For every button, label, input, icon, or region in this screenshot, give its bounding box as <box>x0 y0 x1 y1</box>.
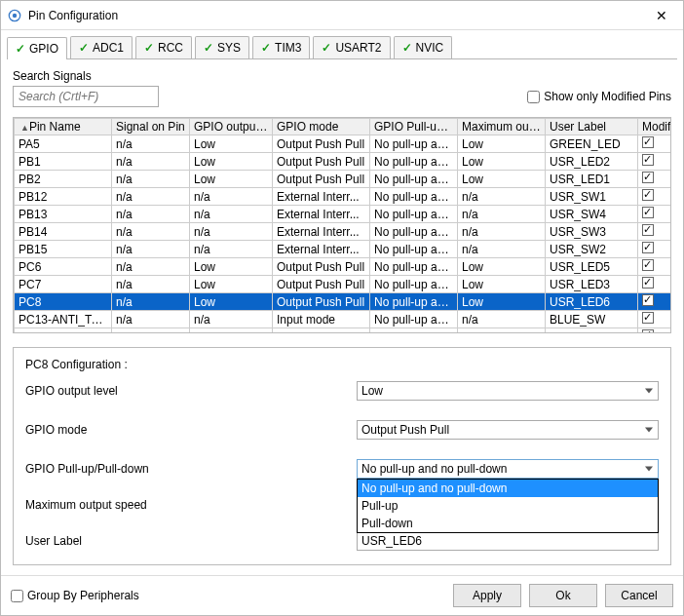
tab-gpio[interactable]: ✓GPIO <box>7 37 67 59</box>
modified-checkbox[interactable] <box>642 224 654 236</box>
column-header[interactable]: User Label <box>546 119 638 135</box>
modified-cell[interactable] <box>638 328 672 334</box>
modified-checkbox[interactable] <box>642 207 654 218</box>
table-row[interactable]: PA5n/aLowOutput Push PullNo pull-up and … <box>15 135 672 153</box>
cell: USR_LED6 <box>546 293 638 311</box>
modified-checkbox[interactable] <box>642 136 654 148</box>
cell: Output Push Pull <box>273 293 370 311</box>
table-row[interactable]: PB1n/aLowOutput Push PullNo pull-up and … <box>15 153 672 171</box>
modified-checkbox[interactable] <box>642 277 654 289</box>
group-by-label: Group By Peripherals <box>27 589 139 602</box>
group-by-checkbox[interactable]: Group By Peripherals <box>11 589 139 602</box>
modified-cell[interactable] <box>638 153 672 171</box>
cell: Output Push Pull <box>273 153 370 171</box>
cell: PB15 <box>15 241 112 258</box>
modified-checkbox[interactable] <box>642 242 654 253</box>
cell: n/a <box>190 223 273 241</box>
modified-checkbox[interactable] <box>642 189 654 201</box>
cell: Low <box>190 153 273 171</box>
gpio-output-level-select[interactable]: Low <box>357 381 659 401</box>
table-row[interactable]: PB2n/aLowOutput Push PullNo pull-up and … <box>15 171 672 188</box>
dropdown-option[interactable]: Pull-up <box>358 497 658 515</box>
column-header[interactable]: Signal on Pin <box>112 119 190 135</box>
column-header[interactable]: ▲Pin Name <box>15 119 112 135</box>
column-header[interactable]: Maximum out... <box>458 119 546 135</box>
cell: No pull-up and ... <box>370 311 458 328</box>
gpio-pull-dropdown[interactable]: No pull-up and no pull-downPull-upPull-d… <box>357 479 659 533</box>
dropdown-option[interactable]: Pull-down <box>358 515 658 532</box>
dropdown-option[interactable]: No pull-up and no pull-down <box>358 480 658 497</box>
cell: n/a <box>112 276 190 293</box>
table-row[interactable]: PD2n/aLowOutput Push PullNo pull-up and … <box>15 328 672 334</box>
cell: Output Push Pull <box>273 328 370 334</box>
modified-checkbox[interactable] <box>642 172 654 183</box>
gpio-mode-select[interactable]: Output Push Pull <box>357 420 659 440</box>
search-input[interactable] <box>13 86 159 107</box>
modified-checkbox[interactable] <box>642 312 654 324</box>
column-header[interactable]: GPIO mode <box>273 119 370 135</box>
check-icon: ✓ <box>79 41 89 55</box>
cell: Low <box>190 276 273 293</box>
modified-cell[interactable] <box>638 241 672 258</box>
close-button[interactable]: ✕ <box>646 4 677 27</box>
window-title: Pin Configuration <box>28 9 118 22</box>
tab-tim3[interactable]: ✓TIM3 <box>252 36 310 58</box>
cell: Output Push Pull <box>273 171 370 188</box>
cell: Input mode <box>273 311 370 328</box>
modified-cell[interactable] <box>638 223 672 241</box>
table-row[interactable]: PC8n/aLowOutput Push PullNo pull-up and … <box>15 293 672 311</box>
cell: PD2 <box>15 328 112 334</box>
modified-cell[interactable] <box>638 206 672 223</box>
cell: Output Push Pull <box>273 276 370 293</box>
tab-usart2[interactable]: ✓USART2 <box>313 36 390 58</box>
cell: PB12 <box>15 188 112 206</box>
table-row[interactable]: PB14n/an/aExternal Interr...No pull-up a… <box>15 223 672 241</box>
modified-cell[interactable] <box>638 188 672 206</box>
modified-cell[interactable] <box>638 293 672 311</box>
cell: n/a <box>458 206 546 223</box>
table-row[interactable]: PC7n/aLowOutput Push PullNo pull-up and … <box>15 276 672 293</box>
modified-checkbox[interactable] <box>642 259 654 271</box>
modified-cell[interactable] <box>638 258 672 276</box>
apply-button[interactable]: Apply <box>453 584 521 607</box>
cancel-button[interactable]: Cancel <box>605 584 673 607</box>
table-row[interactable]: PB12n/an/aExternal Interr...No pull-up a… <box>15 188 672 206</box>
table-row[interactable]: PC6n/aLowOutput Push PullNo pull-up and … <box>15 258 672 276</box>
cell: n/a <box>458 241 546 258</box>
cell: USR_SW3 <box>546 223 638 241</box>
column-header[interactable]: GPIO output l... <box>190 119 273 135</box>
tab-adc1[interactable]: ✓ADC1 <box>70 36 133 58</box>
cell: USR_LED2 <box>546 153 638 171</box>
modified-cell[interactable] <box>638 311 672 328</box>
modified-checkbox[interactable] <box>642 294 654 306</box>
modified-checkbox[interactable] <box>642 329 654 333</box>
modified-cell[interactable] <box>638 171 672 188</box>
cell: Low <box>190 328 273 334</box>
cell: n/a <box>112 311 190 328</box>
tab-sys[interactable]: ✓SYS <box>195 36 249 58</box>
user-label-input[interactable] <box>357 531 659 551</box>
table-row[interactable]: PC13-ANTI_TA...n/an/aInput modeNo pull-u… <box>15 311 672 328</box>
cell: n/a <box>458 188 546 206</box>
cell: External Interr... <box>273 188 370 206</box>
cell: n/a <box>112 328 190 334</box>
cell: n/a <box>112 258 190 276</box>
cell: No pull-up and ... <box>370 328 458 334</box>
gpio-pull-select[interactable]: No pull-up and no pull-down <box>357 459 659 479</box>
column-header[interactable]: GPIO Pull-up/... <box>370 119 458 135</box>
tab-rcc[interactable]: ✓RCC <box>135 36 192 58</box>
modified-checkbox[interactable] <box>642 154 654 166</box>
cell: Low <box>458 135 546 153</box>
tab-nvic[interactable]: ✓NVIC <box>394 36 453 58</box>
tab-label: ADC1 <box>93 41 124 55</box>
show-modified-checkbox[interactable]: Show only Modified Pins <box>527 90 671 103</box>
cell: n/a <box>112 206 190 223</box>
column-header[interactable]: Modified <box>638 119 672 135</box>
table-row[interactable]: PB13n/an/aExternal Interr...No pull-up a… <box>15 206 672 223</box>
modified-cell[interactable] <box>638 135 672 153</box>
ok-button[interactable]: Ok <box>529 584 597 607</box>
table-row[interactable]: PB15n/an/aExternal Interr...No pull-up a… <box>15 241 672 258</box>
modified-cell[interactable] <box>638 276 672 293</box>
cell: PB2 <box>15 171 112 188</box>
cell: USR_LED3 <box>546 276 638 293</box>
